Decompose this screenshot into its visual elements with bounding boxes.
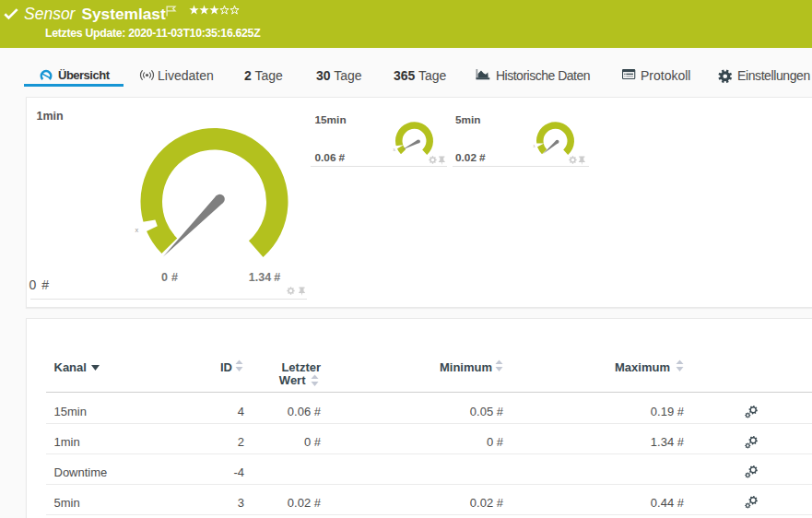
svg-text:x: x <box>135 226 139 234</box>
